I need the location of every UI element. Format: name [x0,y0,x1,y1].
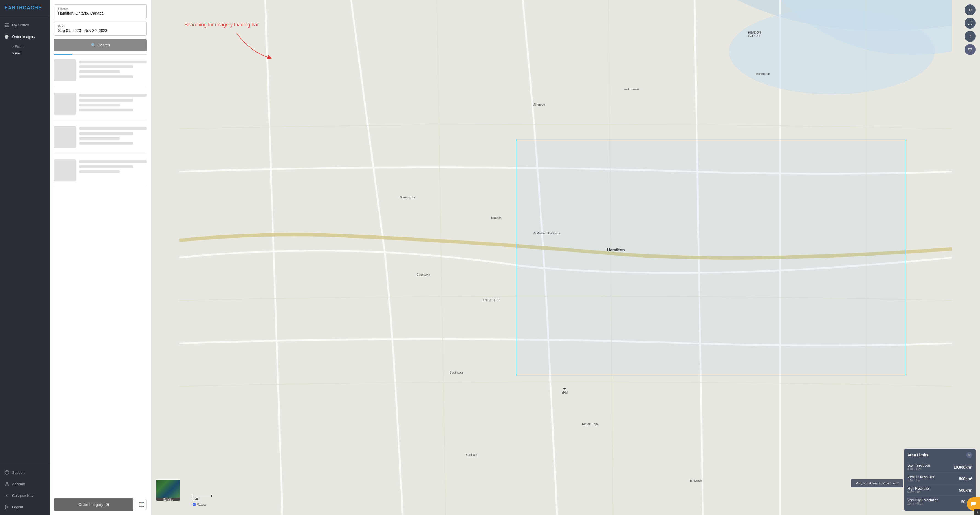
svg-point-9 [143,506,144,507]
map-area[interactable]: Burlington Waterdown HEADONFOREST Mingro… [151,0,980,515]
map-label-mount-hope: Mount Hope [582,422,599,426]
annotation-label: Searching for imagery loading bar [185,22,259,27]
area-limit-sub-vhigh: 10cm - 49cm [907,502,938,505]
map-label-mingrove: Mingrove [533,103,545,106]
sidebar-label-support: Support [12,470,25,475]
sidebar-bottom: ? Support Account Collapse Nav Logout [0,464,49,515]
area-limit-row-medium: Medium Resolution 1.5m - 8m 500km² [907,473,972,485]
gear-icon [5,34,10,39]
skeleton-line [79,109,133,111]
chat-button[interactable] [967,498,980,510]
skeleton-line [79,75,133,78]
skeleton-thumb [54,126,76,148]
sidebar-nav: My Orders Order Imagery > Future > Past [0,16,49,464]
map-background: Burlington Waterdown HEADONFOREST Mingro… [151,0,980,515]
order-imagery-button[interactable]: Order Imagery (0) [54,499,134,510]
area-limit-name-medium: Medium Resolution [907,475,936,479]
svg-rect-0 [5,23,9,27]
location-label: Location [58,8,143,10]
map-roads-overlay [151,0,980,515]
sidebar-item-account[interactable]: Account [0,478,49,490]
mapbox-icon: M [192,503,196,506]
skeleton-line [79,60,146,63]
area-limit-label-low: Low Resolution 8.1m - 15m [907,464,930,470]
location-field[interactable]: Location Hamilton, Ontario, Canada [54,5,146,18]
map-label-dundas: Dundas [491,216,501,219]
polygon-area-text: Polygon Area: 272.526 km² [855,481,899,485]
area-limit-row-low: Low Resolution 8.1m - 15m 10,000km² [907,461,972,473]
draw-tool-button[interactable] [136,499,146,510]
skeleton-lines [79,159,146,181]
sidebar-item-my-orders[interactable]: My Orders [0,19,49,31]
question-icon: ? [5,470,10,475]
dates-field[interactable]: Dates Sep 01, 2023 - Nov 30, 2023 [54,22,146,36]
dates-value: Sep 01, 2023 - Nov 30, 2023 [58,28,143,33]
sidebar-label-logout: Logout [12,505,23,509]
skeleton-line [79,94,146,97]
area-limits-panel: Area Limits × Low Resolution 8.1m - 15m … [904,449,975,510]
map-label-burlington: Burlington [756,72,770,75]
selection-rectangle[interactable] [516,139,905,376]
area-limits-title: Area Limits [907,453,928,457]
map-label-headon: HEADONFOREST [748,31,761,37]
area-limit-value-medium: 500km² [959,477,972,481]
area-limits-close-button[interactable]: × [966,452,972,458]
annotation-text: Searching for imagery loading bar [185,22,259,28]
area-limit-row-vhigh: Very High Resolution 10cm - 49cm 50km² [907,496,972,507]
logo-earth: EARTH [5,5,23,10]
arrow-left-icon [5,493,10,498]
app-logo: EARTHCACHE [0,0,49,16]
skeleton-line [79,137,120,140]
upload-button[interactable]: ↑ [965,31,975,42]
sidebar-sub-past[interactable]: > Past [12,50,49,57]
sidebar-item-logout[interactable]: Logout [0,501,49,513]
airport-code: YHM [562,391,568,394]
skeleton-lines [79,126,146,148]
skeleton-line [79,132,133,135]
svg-point-7 [143,502,144,503]
sidebar-item-support[interactable]: ? Support [0,467,49,478]
area-limit-label-medium: Medium Resolution 1.5m - 8m [907,475,936,482]
map-label-hamilton: Hamilton [607,247,625,252]
refresh-button[interactable]: ↻ [965,5,975,16]
area-limits-header: Area Limits × [907,452,972,458]
skeleton-line [79,127,146,130]
area-limit-sub-high: 50cm - 1m [907,491,931,494]
area-limit-name-high: High Resolution [907,487,931,491]
skeleton-line [79,170,120,173]
sidebar: EARTHCACHE My Orders Order Imagery > Fut… [0,0,49,515]
info-button[interactable]: i [975,510,980,515]
svg-point-11 [729,8,935,94]
skeleton-thumb [54,93,76,115]
expand-button[interactable]: ⛶ [965,17,975,29]
sidebar-item-order-imagery[interactable]: Order Imagery [0,31,49,42]
scale-line [192,495,212,497]
sidebar-label-my-orders: My Orders [12,23,29,27]
mapbox-text: Mapbox [197,503,207,506]
dates-label: Dates [58,25,143,28]
loading-bar-container [54,54,146,55]
skeleton-line [79,99,133,102]
skeleton-line [79,142,133,145]
annotation-arrow [234,30,278,63]
area-limit-value-high: 500km² [959,488,972,493]
map-label-mcmaster: McMaster University [533,232,560,235]
search-button[interactable]: 🔍 Search [54,39,146,51]
satellite-thumbnail[interactable]: Satellite [156,479,180,501]
skeleton-result-2 [54,93,146,121]
map-label-ancaster: ANCASTER [483,299,500,302]
image-icon [5,22,10,27]
map-label-waterdown: Waterdown [624,87,639,91]
draw-icon [138,502,144,507]
skeleton-thumb [54,59,76,81]
scale-bar: 5 km [192,495,212,501]
skeleton-lines [79,93,146,115]
delete-button[interactable] [965,44,975,55]
sidebar-item-collapse[interactable]: Collapse Nav [0,490,49,501]
sidebar-sub-future[interactable]: > Future [12,43,49,50]
skeleton-result-3 [54,126,146,154]
person-icon [5,482,10,486]
map-label-binbrook: Binbrook [690,479,702,482]
mapbox-logo: M Mapbox [192,503,207,506]
skeleton-line [79,70,120,73]
